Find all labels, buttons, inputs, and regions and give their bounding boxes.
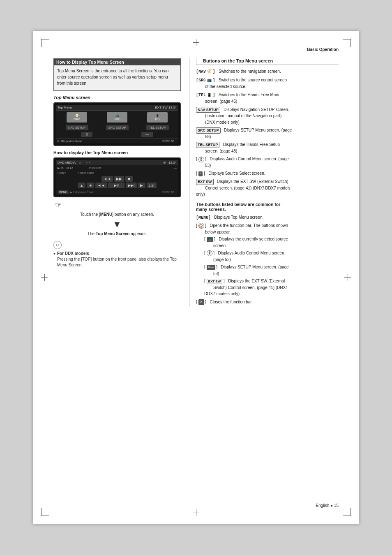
how-to-display-section: How to Display Top Menu Screen Top Menu … <box>53 58 181 91</box>
screen1-audio-row: 🎛 ≡≡ <box>56 131 178 138</box>
screen1-top-right: EXT SW 12:34 <box>155 106 177 109</box>
screen2-time-icon: ⊙ <box>163 161 166 164</box>
section-box-title: How to Display Top Menu Screen <box>54 59 180 65</box>
sub-btn-audio-bracket-close: ] <box>213 251 214 255</box>
tip-body: Pressing the [TOP] button on the front p… <box>57 257 177 267</box>
btn-src-key: [SRC <box>196 78 206 83</box>
btn-nav-key: [NAV <box>196 69 206 74</box>
common-buttons-header: The buttons listed below are common form… <box>196 202 339 212</box>
sub-btn-ext-sw: [ EXT SW ] Displays the EXT SW (External… <box>204 278 339 297</box>
btn-src-setup-key: SRC SETUP <box>196 127 221 134</box>
up-btn[interactable]: ▲ <box>78 183 85 188</box>
list-btn[interactable]: List <box>147 183 157 188</box>
btn-src-setup-desc2: 58) <box>196 134 211 139</box>
screen1-title: Top Menu <box>58 106 72 109</box>
folder-name-label: Folder name <box>78 171 94 174</box>
right-section-title: Buttons on the Top Menu screen <box>196 58 339 65</box>
btn-ext-sw: EXT SW Displays the EXT SW (External Swi… <box>196 178 339 198</box>
sub-btn-source-bracket-open: [ <box>204 237 205 241</box>
nav-button-nav[interactable]: 🧭 NAV <box>67 112 87 123</box>
sub-btn-ext-sw-desc2: Switch) Control screen. (page 41) (DNX/ … <box>204 285 287 296</box>
center-mark-right <box>344 274 351 281</box>
sub-btn-source-desc2: screen. <box>204 243 227 248</box>
src-setup-btn[interactable]: SRC SETUP <box>106 125 129 130</box>
sub-audio-icon: 🎛 <box>207 250 212 256</box>
btn-nav-setup-desc2: (Instruction manual of the Navigation pa… <box>196 113 281 125</box>
section-box-body: Top Menu Screen is the entrance to all t… <box>57 68 177 86</box>
page-header: Basic Operation <box>53 47 339 52</box>
sub-source-icon: 📺 <box>207 237 213 242</box>
screen2-track-info: ▶ 25 🗂 12 P 0:00:95 <box>58 166 101 170</box>
top-menu-screen-title: Top Menu screen <box>53 95 181 100</box>
sub-setup-icon: ⬅— <box>207 265 215 270</box>
screen1-nav-row: 🧭 NAV 📺 SRC 📱 TEL <box>56 111 178 124</box>
btn-source-select-bracket-close: ] <box>204 171 205 176</box>
sub-btn-audio-bracket-open: [ <box>204 251 205 255</box>
src-icon-glyph: 📺 <box>207 78 212 82</box>
btn-menu: [MENU] Displays Top Menu screen. <box>196 214 339 221</box>
skip-back-btn[interactable]: ◄◄ <box>101 176 113 182</box>
btn-tel: [TEL 📱 ] Switches to the Hands Free Main… <box>196 92 339 105</box>
btn-audio: [ 🎛 ] Displays Audio Control Menu screen… <box>196 156 339 169</box>
btn-nav: [NAV 🧭 ] Switches to the navigation scre… <box>196 68 339 75</box>
arrow-down: ▼ <box>53 220 181 229</box>
tip-title: For DDX models <box>57 251 89 256</box>
nav-setup-btn[interactable]: NAV SETUP <box>66 125 88 130</box>
btn-src: [SRC 📺 ] Switches to the source control … <box>196 77 339 90</box>
screen2-top-bar: DVD MEDIA ⊙ — ≡ ✕ ⊙ 12:34 <box>56 160 178 165</box>
sub-btn-setup-bracket-close: ] <box>216 265 217 269</box>
stop2-btn[interactable]: ■ <box>87 183 94 188</box>
btn-tel-setup-desc2: screen. (page 48) <box>196 149 237 153</box>
sub-btn-setup-bracket-open: [ <box>204 265 205 269</box>
nav-button-tel[interactable]: 📱 TEL <box>147 112 168 123</box>
page-footer: English ● 15 <box>316 503 339 508</box>
btn-close-bracket-close: ] <box>205 300 206 304</box>
top-menu-device-screen: Top Menu EXT SW 12:34 🧭 NAV 📺 SRC 📱 TEL <box>53 102 181 146</box>
hand-icon: ☞ <box>55 201 62 210</box>
screen2-folder-row: Folder Folder name <box>56 171 178 175</box>
btn-menu-key: [MENU] <box>196 215 211 220</box>
next-btn[interactable]: ▶▶I <box>126 183 137 188</box>
skip-fwd-btn[interactable]: ▶▶ <box>114 176 124 182</box>
btn-tel-desc2: screen. (page 45) <box>196 99 237 104</box>
left-column: How to Display Top Menu Screen Top Menu … <box>53 58 181 307</box>
common-buttons-list: [MENU] Displays Top Menu screen. [ 🏠 ] O… <box>196 214 339 305</box>
tel-setup-btn[interactable]: TEL SETUP <box>146 125 169 130</box>
prev-btn[interactable]: ◄◄ <box>95 183 107 188</box>
btn-nav-setup-key: NAV SETUP <box>196 107 220 113</box>
screen2-info-row: ▶ 25 🗂 12 P 0:00:95 ••• <box>56 165 178 171</box>
stop-btn[interactable]: ■ <box>125 176 133 182</box>
fwd-btn[interactable]: ▶ <box>138 183 145 188</box>
hand-row: ☞ <box>55 201 181 210</box>
menu-label[interactable]: MENU <box>58 190 69 194</box>
result-text: The Top Menu Screen appears. <box>53 231 181 237</box>
instruction-text: Touch the [MENU] button on any screen. <box>53 211 181 217</box>
nav-button-src[interactable]: 📺 SRC <box>107 112 127 123</box>
btn-ext-sw-desc2: Control screen. (page 41) (DNX/ DDX7 mod… <box>196 186 291 197</box>
tip-text: For DDX models Pressing the [TOP] button… <box>57 251 181 268</box>
bottom-road-icon: ▶ <box>58 139 60 143</box>
screen1-top-bar: Top Menu EXT SW 12:34 <box>56 105 178 111</box>
home-icon: 🏠 <box>198 223 204 229</box>
screen2-dots: ••• <box>174 166 177 170</box>
btn-audio-bracket-open: [ <box>196 157 197 161</box>
center-mark-top <box>193 39 199 46</box>
playpause-btn[interactable]: ▶II <box>108 183 125 188</box>
sub-btn-source: [ 📺 ] Displays the currently selected so… <box>204 236 339 249</box>
screen2-bottom-row: MENU ▶ Ridgeview Road 99999.99... <box>56 190 178 195</box>
bottom-distance: 99999.99... <box>162 140 177 143</box>
close-x-icon: ✕ <box>198 299 204 305</box>
tip-icon-row: ⊙ <box>53 241 181 249</box>
ctrl-row-2: ▲ ■ ◄◄ ▶II ▶▶I ▶ List <box>58 183 177 188</box>
btn-source-select-bracket-open: [ <box>196 171 197 176</box>
how-to-display-subtitle: How to display the Top Menu screen <box>53 150 181 155</box>
btn-ext-sw-key: EXT SW <box>196 179 214 185</box>
btn-tel-setup: TEL SETUP Displays the Hands Free Setup … <box>196 141 339 154</box>
sub-btn-setup: [ ⬅— ] Displays SETUP Menu screen. (page… <box>204 264 339 277</box>
buttons-list: [NAV 🧭 ] Switches to the navigation scre… <box>196 68 339 198</box>
audio-icon: 🎛 <box>81 132 92 137</box>
bottom-road-text: Ridgeview Road <box>61 140 82 143</box>
tip-section: ⊙ • For DDX models Pressing the [TOP] bu… <box>53 241 181 268</box>
screen2-title: DVD MEDIA <box>58 161 76 164</box>
btn-home: [ 🏠 ] Opens the function bar. The button… <box>196 222 339 297</box>
